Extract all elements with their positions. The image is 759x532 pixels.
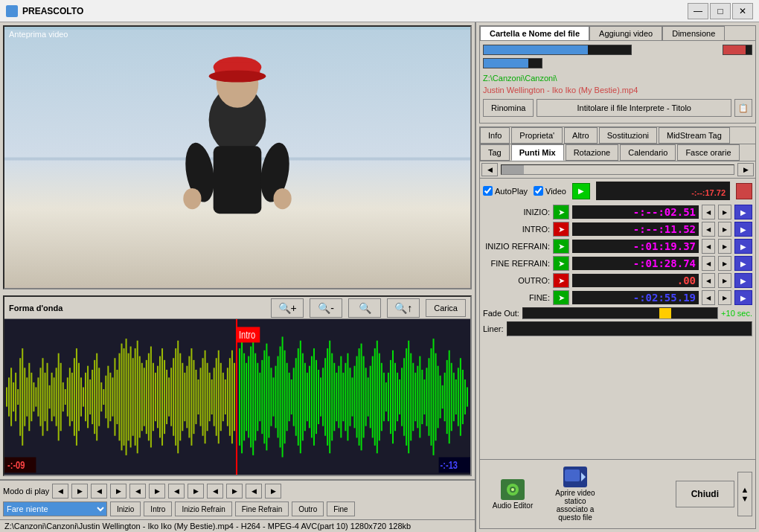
svg-rect-41 (69, 368, 71, 426)
fine-refrain-play-btn[interactable]: ▶ (734, 256, 752, 271)
video-static-button[interactable]: Aprire video statico associato a questo … (545, 463, 605, 525)
mix-row-intro: INTRO: ➤ -:--:11.52 ◀ ▶ ▶ (483, 222, 752, 237)
tab-nav-next[interactable]: ▶ (737, 163, 754, 176)
outro-play-btn[interactable]: ▶ (734, 273, 752, 288)
outro-nav-next[interactable]: ▶ (718, 273, 731, 288)
svg-rect-61 (114, 358, 115, 436)
outro-arrow-btn[interactable]: ➤ (553, 273, 569, 288)
tab-rotazione[interactable]: Rotazione (566, 144, 619, 161)
zoom-fit-button[interactable]: 🔍 (348, 298, 381, 318)
svg-rect-30 (45, 373, 46, 421)
svg-rect-56 (103, 389, 104, 405)
tab-cartella[interactable]: Cartella e Nome del file (480, 26, 589, 40)
rinomina-button[interactable]: Rinomina (483, 99, 534, 117)
tab-proprieta[interactable]: Proprieta' (511, 127, 563, 144)
liner-input[interactable] (507, 321, 752, 336)
intro-arrow-btn[interactable]: ➤ (553, 222, 569, 237)
intro-button[interactable]: Intro (144, 501, 172, 516)
intro-play-btn[interactable]: ▶ (734, 222, 752, 237)
carica-button[interactable]: Carica (426, 299, 466, 317)
svg-rect-59 (109, 373, 111, 421)
intro-nav-prev[interactable]: ◀ (702, 222, 715, 237)
svg-rect-157 (333, 363, 335, 431)
tab-calendario[interactable]: Calendario (620, 144, 676, 161)
svg-rect-90 (179, 353, 181, 441)
inizio-refrain-nav-prev[interactable]: ◀ (702, 239, 715, 254)
prev-btn6[interactable]: ◀ (246, 484, 262, 499)
svg-rect-139 (293, 368, 295, 426)
tab-fasce[interactable]: Fasce orarie (677, 144, 739, 161)
tab-altro[interactable]: Altro (564, 127, 598, 144)
tab-aggiungi[interactable]: Aggiungi video (589, 26, 662, 40)
prev-btn3[interactable]: ◀ (129, 484, 146, 499)
inizio-refrain-button[interactable]: Inizio Refrain (175, 501, 231, 516)
intro-nav-next[interactable]: ▶ (718, 222, 731, 237)
zoom-full-button[interactable]: 🔍↑ (387, 298, 420, 318)
fade-slider[interactable] (522, 307, 718, 319)
copy-icon-button[interactable]: 📋 (734, 99, 752, 117)
fine-nav-next[interactable]: ▶ (718, 290, 731, 305)
prev-btn2[interactable]: ◀ (91, 484, 107, 499)
fine-refrain-button[interactable]: Fine Refrain (235, 501, 289, 516)
video-checkbox[interactable] (534, 186, 543, 196)
fine-play-btn[interactable]: ▶ (734, 290, 752, 305)
inizio-arrow-btn[interactable]: ➤ (553, 205, 569, 219)
transport-row2: Fare niente Inizio Intro Inizio Refrain … (3, 501, 472, 516)
next-btn2[interactable]: ▶ (110, 484, 126, 499)
next-btn[interactable]: ▶ (71, 484, 88, 499)
prev-btn5[interactable]: ◀ (207, 484, 223, 499)
inizio-nav-prev[interactable]: ◀ (702, 205, 715, 219)
tab-sostituzioni[interactable]: Sostituzioni (599, 127, 657, 144)
inizio-nav-next[interactable]: ▶ (718, 205, 731, 219)
video-content-svg (4, 27, 470, 288)
next-btn6[interactable]: ▶ (265, 484, 281, 499)
close-button[interactable]: ✕ (732, 3, 753, 19)
tab-nav-track[interactable] (501, 164, 734, 175)
main-play-button[interactable]: ▶ (572, 183, 590, 199)
fine-arrow-btn[interactable]: ➤ (553, 290, 569, 305)
inizio-refrain-nav-next[interactable]: ▶ (718, 239, 731, 254)
next-btn4[interactable]: ▶ (188, 484, 204, 499)
svg-rect-54 (98, 368, 100, 426)
zoom-in-button[interactable]: 🔍+ (271, 298, 304, 318)
prev-btn4[interactable]: ◀ (168, 484, 185, 499)
intitola-button[interactable]: Intitolare il file Interprete - Titolo (537, 99, 731, 117)
audio-editor-button[interactable]: Audio Editor (483, 475, 542, 513)
inizio-button[interactable]: Inizio (110, 501, 141, 516)
video-checkbox-label[interactable]: Video (534, 186, 566, 196)
inizio-refrain-play-btn[interactable]: ▶ (734, 239, 752, 254)
inizio-play-btn[interactable]: ▶ (734, 205, 752, 219)
tab-info[interactable]: Info (480, 127, 510, 144)
svg-rect-215 (464, 379, 466, 414)
maximize-button[interactable]: □ (710, 3, 731, 19)
stop-button[interactable] (736, 183, 752, 199)
prev-btn[interactable]: ◀ (52, 484, 68, 499)
outro-nav-prev[interactable]: ◀ (702, 273, 715, 288)
expand-button[interactable]: ▲ ▼ (737, 472, 752, 516)
tab-tag[interactable]: Tag (480, 144, 510, 161)
svg-rect-164 (349, 368, 350, 426)
autoplay-checkbox[interactable] (483, 186, 493, 196)
svg-rect-79 (155, 373, 156, 421)
inizio-refrain-arrow-btn[interactable]: ➤ (553, 239, 569, 254)
next-btn3[interactable]: ▶ (149, 484, 165, 499)
next-btn5[interactable]: ▶ (226, 484, 243, 499)
minimize-button[interactable]: — (688, 3, 708, 19)
waveform-canvas[interactable]: Intro -:-09 -:-13 (4, 319, 470, 475)
mode-select[interactable]: Fare niente (3, 501, 107, 516)
tab-dimensione[interactable]: Dimensione (662, 26, 725, 40)
tab-nav-prev[interactable]: ◀ (481, 163, 498, 176)
zoom-out-button[interactable]: 🔍- (310, 298, 342, 318)
tab-punti-mix[interactable]: Punti Mix (511, 144, 564, 161)
tab-midstream[interactable]: MidStream Tag (659, 127, 730, 144)
fine-button[interactable]: Fine (327, 501, 354, 516)
autoplay-checkbox-label[interactable]: AutoPlay (483, 186, 528, 196)
outro-button[interactable]: Outro (292, 501, 324, 516)
fine-refrain-nav-prev[interactable]: ◀ (702, 256, 715, 271)
fine-refrain-arrow-btn[interactable]: ➤ (553, 256, 569, 271)
fine-refrain-nav-next[interactable]: ▶ (718, 256, 731, 271)
fade-thumb[interactable] (659, 308, 671, 318)
chiudi-button[interactable]: Chiudi (676, 481, 734, 507)
fine-nav-prev[interactable]: ◀ (702, 290, 715, 305)
svg-rect-165 (351, 377, 353, 416)
